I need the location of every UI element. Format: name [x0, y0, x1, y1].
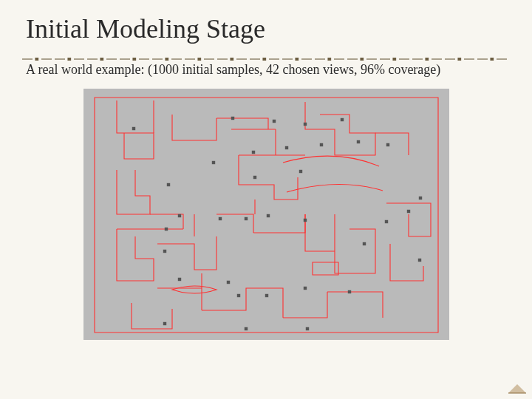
chosen-view-point	[226, 281, 229, 284]
floorplan-wall	[305, 214, 335, 251]
svg-rect-7	[100, 58, 103, 61]
chosen-view-point	[244, 217, 247, 220]
chosen-view-point	[303, 123, 306, 126]
chosen-view-point	[163, 322, 166, 325]
floorplan-wall	[283, 156, 379, 166]
chosen-view-point	[284, 146, 287, 149]
chosen-view-point	[299, 170, 301, 173]
floorplan-wall	[283, 292, 327, 318]
chosen-view-point	[356, 140, 359, 143]
chosen-view-point	[251, 151, 254, 154]
svg-rect-40	[458, 58, 461, 61]
chosen-view-point	[164, 228, 167, 231]
svg-rect-10	[133, 58, 136, 61]
chosen-view-point	[305, 327, 308, 330]
floorplan-wall	[375, 133, 409, 155]
chosen-view-point	[163, 250, 166, 253]
chosen-view-point	[218, 217, 221, 220]
page-title: Initial Modeling Stage	[0, 0, 532, 50]
chosen-view-point	[303, 219, 306, 222]
chosen-view-point	[319, 143, 322, 146]
svg-rect-16	[198, 58, 201, 61]
chosen-view-point	[386, 143, 389, 146]
chosen-view-point	[166, 183, 169, 186]
floorplan-wall	[287, 184, 383, 192]
chosen-view-point	[265, 294, 267, 297]
floorplan-wall	[157, 236, 216, 270]
chosen-view-point	[406, 210, 409, 213]
chosen-view-point	[177, 214, 180, 217]
floorplan-wall	[253, 214, 305, 233]
floorplan-diagram	[83, 89, 449, 340]
svg-rect-28	[328, 58, 331, 61]
svg-rect-13	[166, 58, 168, 61]
svg-rect-25	[296, 58, 299, 61]
subtitle-text: A real world example: (1000 initial samp…	[26, 62, 532, 78]
floorplan-wall	[335, 214, 375, 273]
svg-rect-43	[491, 58, 494, 61]
svg-rect-22	[263, 58, 266, 61]
floorplan-svg	[83, 89, 449, 340]
chosen-view-point	[418, 197, 421, 200]
chosen-view-point	[347, 290, 350, 293]
svg-rect-19	[231, 58, 233, 61]
svg-rect-37	[426, 58, 429, 61]
svg-rect-34	[393, 58, 396, 61]
chosen-view-point	[231, 117, 233, 120]
floorplan-wall	[327, 292, 383, 318]
chosen-view-point	[384, 220, 387, 223]
svg-rect-31	[361, 58, 364, 61]
floorplan-wall	[239, 155, 298, 200]
floorplan-wall	[216, 214, 253, 233]
chosen-view-point	[211, 161, 214, 164]
chosen-view-point	[177, 278, 180, 281]
floorplan-wall	[202, 288, 283, 318]
floorplan-wall	[172, 286, 216, 293]
chosen-view-point	[236, 294, 239, 297]
floorplan-wall	[386, 203, 431, 236]
chosen-view-point	[340, 118, 343, 121]
floorplan-wall	[172, 115, 216, 140]
floorplan-wall	[216, 118, 268, 129]
floorplan-wall	[305, 102, 375, 155]
chosen-view-point	[303, 287, 306, 290]
chosen-view-point	[132, 127, 134, 130]
chosen-view-point	[244, 327, 247, 330]
divider-line	[22, 50, 510, 53]
divider-svg	[22, 58, 510, 61]
chosen-view-point	[266, 214, 269, 217]
svg-rect-4	[68, 58, 71, 61]
chosen-view-point	[253, 176, 256, 179]
chosen-view-point	[272, 120, 275, 123]
chosen-view-point	[362, 242, 365, 245]
corner-decoration-icon	[507, 381, 528, 395]
floorplan-wall	[390, 244, 423, 281]
chosen-view-point	[417, 259, 420, 262]
svg-rect-1	[35, 58, 38, 61]
floorplan-wall	[117, 170, 150, 214]
floorplan-wall	[117, 229, 154, 281]
